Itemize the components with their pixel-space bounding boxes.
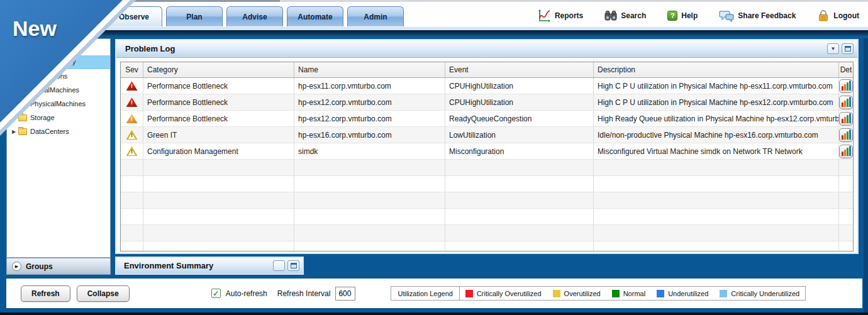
panel-dropdown-button[interactable]: ▼ <box>827 43 839 54</box>
groups-section-header[interactable]: ▶ Groups <box>6 258 111 275</box>
bar-chart-icon-bar <box>849 97 851 107</box>
problem-row[interactable]: !Performance Bottleneckhp-esx12.corp.vmt… <box>121 111 853 127</box>
cell-description: High C P U utilization in Physical Machi… <box>594 94 839 110</box>
cell-category: Performance Bottleneck <box>143 111 294 126</box>
bar-chart-icon-bar <box>844 84 846 91</box>
legend-item: Normal <box>606 290 651 297</box>
table-header-row: SevCategoryNameEventDescriptionDet <box>121 62 853 78</box>
window-icon <box>845 46 851 52</box>
tree-item-applications[interactable]: ▶Applications <box>7 69 110 83</box>
tab-plan[interactable]: Plan <box>166 6 223 26</box>
cell-name: hp-esx12.corp.vmturbo.com <box>294 111 445 126</box>
groups-label: Groups <box>26 262 53 271</box>
column-header-category[interactable]: Category <box>143 62 294 77</box>
legend-swatch <box>465 290 473 297</box>
window-right-edge <box>864 38 868 312</box>
tree-item-virtualmachines[interactable]: ▶VirtualMachines <box>7 83 110 97</box>
empty-cell <box>594 241 839 251</box>
empty-cell <box>445 241 594 251</box>
bar-chart-icon-bar <box>842 86 843 91</box>
question-icon: ? <box>667 11 677 21</box>
tab-observe[interactable]: Observe <box>106 6 162 26</box>
environment-summary-panel[interactable]: Environment Summary <box>115 257 304 275</box>
navigation-sidebar: y▶Applications▶VirtualMachines▶PhysicalM… <box>6 38 111 258</box>
empty-cell <box>594 225 839 241</box>
empty-row <box>121 176 853 192</box>
link-search[interactable]: Search <box>604 10 646 21</box>
empty-cell <box>839 241 853 251</box>
auto-refresh-checkbox[interactable]: ✓ <box>211 289 221 298</box>
link-reports[interactable]: Reports <box>537 9 583 23</box>
tree-item-storage[interactable]: ▶Storage <box>7 111 110 124</box>
problem-row[interactable]: !Green IThp-esx16.corp.vmturbo.comLowUti… <box>121 127 853 143</box>
tree-item-datacenters[interactable]: ▶DataCenters <box>7 124 110 138</box>
link-share-feedback[interactable]: Share Feedback <box>719 9 796 22</box>
column-header-sev[interactable]: Sev <box>121 62 143 77</box>
legend-swatch <box>657 290 664 297</box>
expand-arrow-icon[interactable]: ▶ <box>12 74 18 79</box>
details-chart-button[interactable] <box>839 128 853 142</box>
details-cell <box>839 94 853 110</box>
panel-collapse-button[interactable] <box>273 260 285 271</box>
empty-row <box>121 209 853 225</box>
cell-category: Green IT <box>143 127 294 143</box>
severity-cell: ! <box>121 94 143 110</box>
details-chart-button[interactable] <box>839 96 853 109</box>
details-chart-button[interactable] <box>839 112 853 126</box>
cell-description: High C P U utilization in Physical Machi… <box>594 78 839 94</box>
empty-cell <box>445 209 594 224</box>
column-header-description[interactable]: Description <box>594 62 839 77</box>
bar-chart-icon-bar <box>847 82 849 91</box>
auto-refresh-label: Auto-refresh <box>226 289 267 298</box>
bar-chart-icon-bar <box>842 152 843 156</box>
column-header-name[interactable]: Name <box>294 62 445 77</box>
tree-item-selected[interactable]: y <box>7 55 110 69</box>
tree-item-label: PhysicalMachines <box>30 100 86 108</box>
link-help[interactable]: ?Help <box>667 11 698 21</box>
link-label: Logout <box>833 11 859 20</box>
window-top-edge-light <box>280 0 868 2</box>
bar-chart-icon-bar <box>847 148 849 156</box>
header-links: ReportsSearch?HelpShare FeedbackLogout <box>537 8 859 24</box>
expand-arrow-icon[interactable]: ▶ <box>12 129 18 135</box>
problem-row[interactable]: !Performance Bottleneckhp-esx12.corp.vmt… <box>121 94 853 111</box>
empty-cell <box>445 176 594 192</box>
expand-arrow-icon[interactable]: ▶ <box>12 101 18 107</box>
details-cell <box>839 143 853 159</box>
refresh-interval-input[interactable] <box>335 287 355 301</box>
empty-cell <box>143 241 294 251</box>
tab-admin[interactable]: Admin <box>347 6 404 26</box>
column-header-event[interactable]: Event <box>445 62 594 77</box>
cell-name: hp-esx12.corp.vmturbo.com <box>294 94 445 110</box>
expand-arrow-icon[interactable]: ▶ <box>12 87 18 93</box>
details-chart-button[interactable] <box>839 145 853 158</box>
panel-maximize-button[interactable] <box>287 260 299 271</box>
tab-advise[interactable]: Advise <box>226 6 283 26</box>
column-header-det[interactable]: Det <box>839 62 853 77</box>
empty-cell <box>294 192 445 208</box>
empty-row <box>121 241 853 251</box>
problem-row[interactable]: !Performance Bottleneckhp-esx11.corp.vmt… <box>121 78 853 94</box>
link-logout[interactable]: Logout <box>817 9 859 22</box>
tab-automate[interactable]: Automate <box>287 6 343 26</box>
details-cell <box>839 78 853 94</box>
link-label: Help <box>681 11 698 20</box>
bar-chart-icon-bar <box>849 146 851 156</box>
tree-item-physicalmachines[interactable]: ▶PhysicalMachines <box>7 97 110 111</box>
empty-cell <box>143 209 294 224</box>
navy-divider-band <box>0 30 868 38</box>
expand-arrow-icon[interactable]: ▶ <box>12 115 18 121</box>
chat-bubbles-icon <box>719 9 734 22</box>
refresh-button[interactable]: Refresh <box>21 285 70 302</box>
panel-maximize-button[interactable] <box>842 43 854 54</box>
collapse-button[interactable]: Collapse <box>77 285 130 302</box>
details-chart-button[interactable] <box>839 79 853 93</box>
empty-cell <box>294 176 445 192</box>
legend-label: Critically Overutilized <box>477 290 542 297</box>
cell-category: Performance Bottleneck <box>143 94 294 110</box>
bar-chart-icon-bar <box>842 102 843 107</box>
problem-row[interactable]: !Configuration ManagementsimdkMisconfigu… <box>121 143 853 160</box>
folder-icon <box>18 101 27 108</box>
expand-arrow-icon[interactable]: ▶ <box>12 262 21 271</box>
severity-minor-icon: ! <box>126 130 138 140</box>
